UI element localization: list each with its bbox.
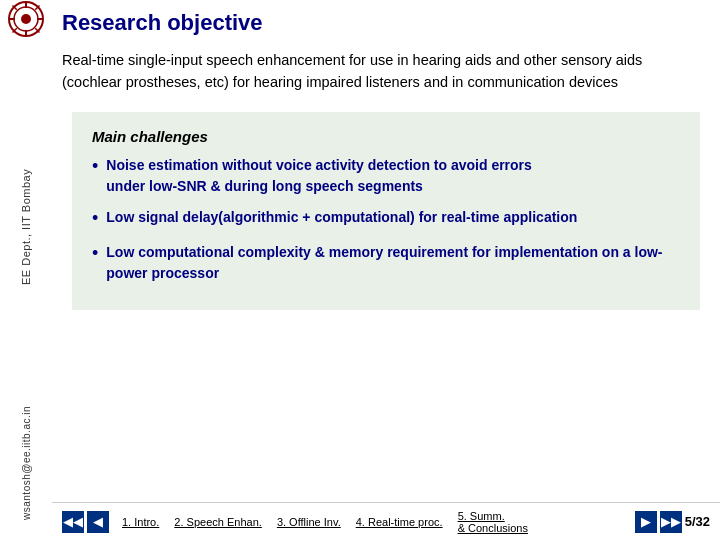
nav-next-button[interactable]: ▶ — [635, 511, 657, 533]
page-title: Research objective — [62, 10, 700, 38]
nav-last-button[interactable]: ▶▶ — [660, 511, 682, 533]
bullet-text-1: Noise estimation without voice activity … — [106, 155, 532, 197]
sidebar: EE Dept., IIT Bombay wsantosh@ee.iitb.ac… — [0, 0, 52, 540]
challenges-box: Main challenges • Noise estimation witho… — [72, 112, 700, 310]
bullet-text-2: Low signal delay(algorithmic + computati… — [106, 207, 577, 228]
svg-point-10 — [21, 14, 31, 24]
bullet-item-1: • Noise estimation without voice activit… — [92, 155, 680, 197]
nav-prev-button[interactable]: ◀ — [87, 511, 109, 533]
page-count: 5/32 — [685, 514, 710, 529]
intro-paragraph: Real-time single-input speech enhancemen… — [62, 50, 700, 94]
bullet-dot-2: • — [92, 205, 98, 232]
bullet-dot-3: • — [92, 240, 98, 267]
challenges-heading: Main challenges — [92, 128, 680, 145]
nav-link-intro[interactable]: 1. Intro. — [122, 516, 159, 528]
nav-link-speech-enhan[interactable]: 2. Speech Enhan. — [174, 516, 261, 528]
nav-first-button[interactable]: ◀◀ — [62, 511, 84, 533]
sidebar-dept-text: EE Dept., IIT Bombay — [20, 48, 32, 406]
main-content: Research objective Real-time single-inpu… — [52, 0, 720, 540]
bullet-item-3: • Low computational complexity & memory … — [92, 242, 680, 284]
nav-link-offline-inv[interactable]: 3. Offline Inv. — [277, 516, 341, 528]
bullet-dot-1: • — [92, 153, 98, 180]
nav-link-realtime-proc[interactable]: 4. Real-time proc. — [356, 516, 443, 528]
sidebar-email-text: wsantosh@ee.iitb.ac.in — [21, 406, 32, 520]
bullet-text-3: Low computational complexity & memory re… — [106, 242, 680, 284]
nav-links: 1. Intro. 2. Speech Enhan. 3. Offline In… — [122, 510, 631, 534]
iit-logo — [7, 0, 45, 38]
bottom-navigation: ◀◀ ◀ 1. Intro. 2. Speech Enhan. 3. Offli… — [52, 502, 720, 540]
bullet-item-2: • Low signal delay(algorithmic + computa… — [92, 207, 680, 232]
nav-link-summ[interactable]: 5. Summ.& Conclusions — [458, 510, 528, 534]
